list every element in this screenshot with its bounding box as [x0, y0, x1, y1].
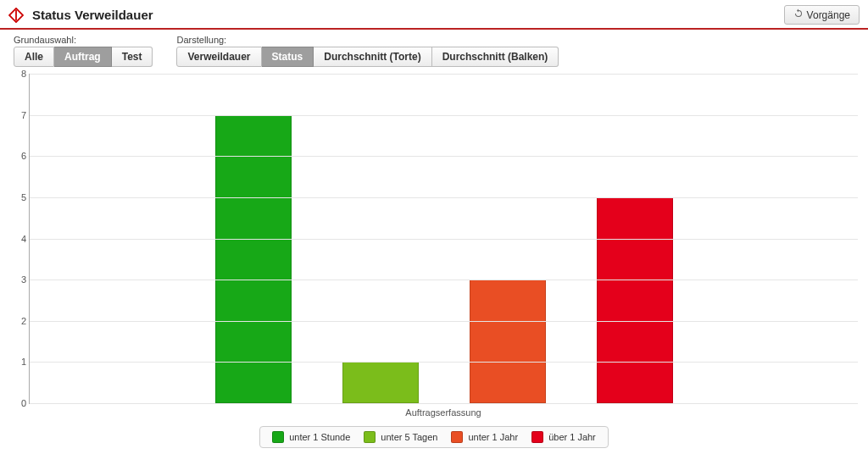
chart-gridline: [30, 362, 858, 363]
darstellung-label: Darstellung:: [176, 35, 559, 45]
darstellung-group: Darstellung: Verweildauer Status Durchsc…: [176, 35, 559, 67]
chart-bar[interactable]: [470, 280, 546, 403]
legend-label: unter 1 Stunde: [289, 432, 350, 442]
filter-bar: Grundauswahl: Alle Auftrag Test Darstell…: [0, 30, 868, 74]
chart-gridline: [30, 403, 858, 404]
chart-y-tick: 6: [11, 151, 26, 161]
darstellung-verweildauer[interactable]: Verweildauer: [176, 47, 261, 67]
chart-bar[interactable]: [215, 115, 292, 403]
chart-gridline: [30, 321, 858, 322]
chart-y-tick: 4: [11, 234, 26, 244]
legend-label: unter 1 Jahr: [468, 432, 518, 442]
grundauswahl-group: Grundauswahl: Alle Auftrag Test: [14, 35, 153, 67]
chart-y-tick: 5: [11, 192, 26, 202]
chart-gridline: [30, 156, 858, 157]
chart-plot-area: 012345678: [29, 74, 858, 404]
grundauswahl-segmented: Alle Auftrag Test: [14, 47, 153, 67]
darstellung-torte[interactable]: Durchschnitt (Torte): [314, 47, 431, 67]
chart-legend: unter 1 Stundeunter 5 Tagenunter 1 Jahrü…: [259, 426, 609, 448]
chart-x-axis-label: Auftragserfassung: [29, 407, 858, 418]
legend-label: unter 5 Tagen: [381, 432, 437, 442]
legend-item[interactable]: unter 1 Stunde: [272, 431, 350, 443]
chart-gridline: [30, 239, 858, 240]
legend-swatch-icon: [531, 431, 543, 443]
refresh-actions-label: Vorgänge: [807, 9, 850, 21]
grundauswahl-auftrag[interactable]: Auftrag: [54, 47, 112, 67]
legend-swatch-icon: [451, 431, 463, 443]
darstellung-balken[interactable]: Durchschnitt (Balken): [432, 47, 559, 67]
refresh-icon: [793, 8, 804, 21]
chart-bar[interactable]: [342, 362, 419, 403]
grundauswahl-test[interactable]: Test: [112, 47, 153, 67]
darstellung-status[interactable]: Status: [262, 47, 314, 67]
legend-item[interactable]: unter 1 Jahr: [451, 431, 518, 443]
page-title: Status Verweildauer: [32, 8, 784, 22]
darstellung-segmented: Verweildauer Status Durchschnitt (Torte)…: [176, 47, 559, 67]
chart-y-tick: 7: [11, 110, 26, 120]
chart-gridline: [30, 115, 858, 116]
chart-gridline: [30, 74, 858, 75]
grundauswahl-label: Grundauswahl:: [14, 35, 153, 45]
legend-label: über 1 Jahr: [548, 432, 596, 442]
refresh-actions-button[interactable]: Vorgänge: [784, 5, 860, 25]
chart-gridline: [30, 197, 858, 198]
legend-item[interactable]: über 1 Jahr: [531, 431, 596, 443]
chart-y-tick: 8: [11, 69, 26, 79]
grundauswahl-alle[interactable]: Alle: [14, 47, 54, 67]
chart-y-tick: 0: [11, 398, 26, 408]
chart-y-tick: 3: [11, 274, 26, 285]
legend-swatch-icon: [272, 431, 284, 443]
chart-y-tick: 1: [11, 357, 26, 367]
legend-swatch-icon: [364, 431, 376, 443]
legend-item[interactable]: unter 5 Tagen: [364, 431, 437, 443]
chart: 012345678 Auftragserfassung unter 1 Stun…: [10, 74, 858, 448]
chart-gridline: [30, 280, 858, 280]
app-logo-icon: [8, 8, 24, 23]
chart-bar[interactable]: [597, 197, 673, 403]
chart-y-tick: 2: [11, 316, 26, 326]
header: Status Verweildauer Vorgänge: [0, 0, 868, 30]
